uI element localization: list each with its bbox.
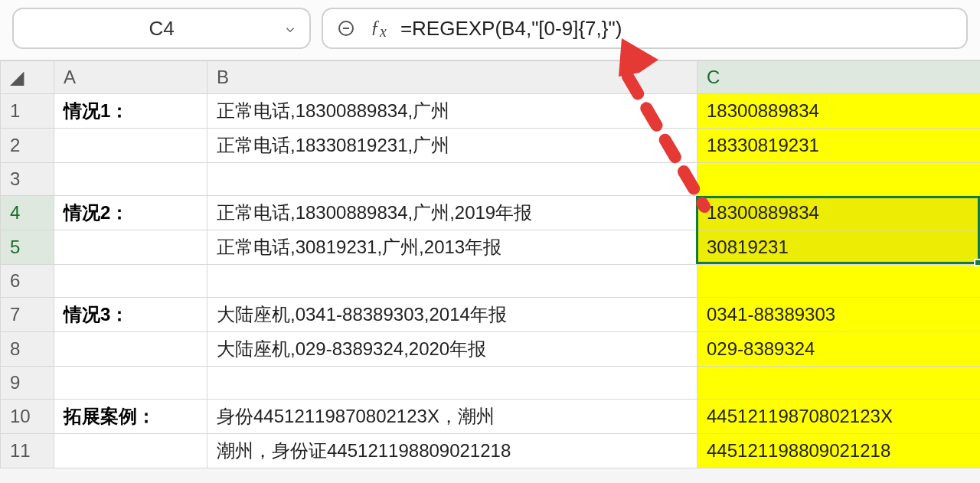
cell-B11[interactable]: 潮州，身份证445121198809021218 — [207, 434, 697, 468]
formula-bar[interactable]: ƒx =REGEXP(B4,"[0-9]{7,}") — [322, 8, 968, 49]
cell-A8[interactable] — [54, 332, 207, 367]
row-header-11[interactable]: 11 — [1, 434, 54, 468]
row-header-5[interactable]: 5 — [1, 230, 54, 265]
cell-C9[interactable] — [697, 367, 981, 400]
row-header-1[interactable]: 1 — [1, 94, 54, 129]
cell-B7[interactable]: 大陆座机,0341-88389303,2014年报 — [207, 298, 697, 332]
spreadsheet-grid[interactable]: ◢ A B C 1 情况1： 正常电话,18300889834,广州 18300… — [0, 60, 980, 468]
select-all-corner[interactable]: ◢ — [1, 61, 54, 94]
row-header-8[interactable]: 8 — [1, 332, 54, 367]
cell-C11[interactable]: 445121198809021218 — [697, 434, 981, 468]
row-header-10[interactable]: 10 — [1, 400, 54, 434]
cell-B8[interactable]: 大陆座机,029-8389324,2020年报 — [207, 332, 697, 367]
row-header-3[interactable]: 3 — [1, 163, 54, 196]
name-box-value: C4 — [14, 17, 309, 41]
cell-C10[interactable]: 44512119870802123X — [697, 400, 981, 434]
cell-A11[interactable] — [54, 434, 207, 468]
cell-C2[interactable]: 18330819231 — [697, 129, 981, 163]
cell-B10[interactable]: 身份44512119870802123X，潮州 — [207, 400, 697, 434]
chevron-down-icon[interactable] — [283, 21, 297, 35]
fx-icon[interactable]: ƒx — [371, 16, 387, 41]
cell-B9[interactable] — [207, 367, 697, 400]
cell-A9[interactable] — [54, 367, 207, 400]
cell-B2[interactable]: 正常电话,18330819231,广州 — [207, 129, 697, 163]
col-header-A[interactable]: A — [54, 61, 207, 94]
cell-A3[interactable] — [54, 163, 207, 196]
row-header-6[interactable]: 6 — [1, 265, 54, 298]
cancel-icon[interactable] — [335, 18, 357, 39]
row-header-7[interactable]: 7 — [1, 298, 54, 332]
cell-C7[interactable]: 0341-88389303 — [697, 298, 981, 332]
cell-B4[interactable]: 正常电话,18300889834,广州,2019年报 — [207, 196, 697, 230]
cell-C1[interactable]: 18300889834 — [697, 94, 981, 129]
cell-C6[interactable] — [697, 265, 981, 298]
cell-A7[interactable]: 情况3： — [54, 298, 207, 332]
cell-A2[interactable] — [54, 129, 207, 163]
name-box[interactable]: C4 — [12, 8, 311, 49]
cell-A10[interactable]: 拓展案例： — [54, 400, 207, 434]
cell-C5[interactable]: 30819231 — [697, 230, 981, 265]
row-header-9[interactable]: 9 — [1, 367, 54, 400]
cell-B6[interactable] — [207, 265, 697, 298]
cell-A5[interactable] — [54, 230, 207, 265]
cell-A6[interactable] — [54, 265, 207, 298]
formula-toolbar: C4 ƒx =REGEXP(B4,"[0-9]{7,}") — [0, 0, 980, 60]
cell-A4[interactable]: 情况2： — [54, 196, 207, 230]
col-header-C[interactable]: C — [697, 61, 981, 94]
cell-C8[interactable]: 029-8389324 — [697, 332, 981, 367]
cell-C3[interactable] — [697, 163, 981, 196]
formula-bar-input[interactable]: =REGEXP(B4,"[0-9]{7,}") — [400, 17, 954, 41]
cell-B1[interactable]: 正常电话,18300889834,广州 — [207, 94, 697, 129]
cell-B5[interactable]: 正常电话,30819231,广州,2013年报 — [207, 230, 697, 265]
col-header-B[interactable]: B — [207, 61, 697, 94]
cell-C4[interactable]: 18300889834 — [697, 196, 981, 230]
cell-A1[interactable]: 情况1： — [54, 94, 207, 129]
row-header-4[interactable]: 4 — [1, 196, 54, 230]
row-header-2[interactable]: 2 — [1, 129, 54, 163]
cell-B3[interactable] — [207, 163, 697, 196]
